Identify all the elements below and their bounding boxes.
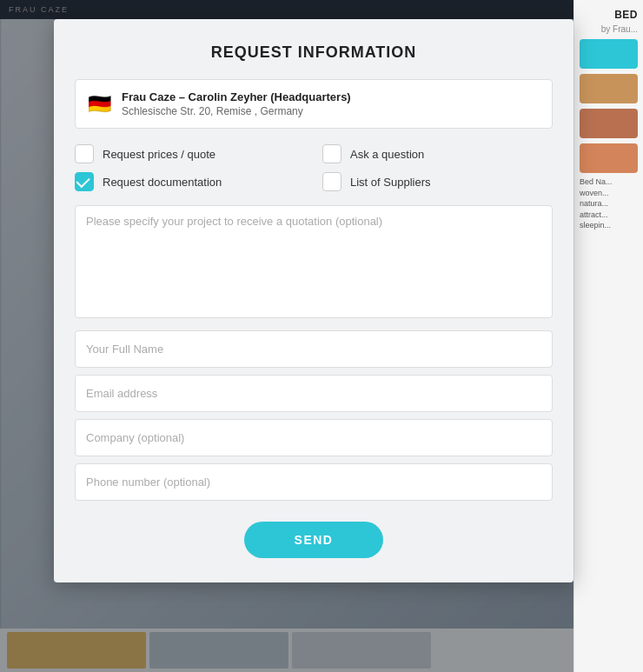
checkbox-prices-box[interactable] xyxy=(75,144,94,163)
phone-input[interactable] xyxy=(75,463,553,501)
checkbox-question[interactable]: Ask a question xyxy=(322,144,553,163)
checkbox-docs-label: Request documentation xyxy=(103,176,222,189)
checkbox-suppliers[interactable]: List of Suppliers xyxy=(322,172,553,191)
project-description-textarea[interactable] xyxy=(75,205,553,318)
supplier-address: Schlesische Str. 20, Remise , Germany xyxy=(122,105,351,117)
right-panel-subtitle: by Frau... xyxy=(574,24,643,34)
checkbox-question-box[interactable] xyxy=(322,144,341,163)
right-panel-btn-4[interactable] xyxy=(580,143,638,173)
supplier-card: 🇩🇪 Frau Caze – Carolin Zeyher (Headquart… xyxy=(75,79,553,129)
email-input[interactable] xyxy=(75,375,553,412)
supplier-info: Frau Caze – Carolin Zeyher (Headquarters… xyxy=(122,90,351,117)
right-panel-btn-2[interactable] xyxy=(580,74,638,103)
right-panel: BED by Frau... Bed Na... woven... natura… xyxy=(573,0,643,672)
checkbox-prices[interactable]: Request prices / quote xyxy=(75,144,305,163)
checkbox-grid: Request prices / quote Ask a question Re… xyxy=(75,144,553,191)
right-panel-description: Bed Na... woven... natura... attract... … xyxy=(574,173,643,231)
send-button[interactable]: SEND xyxy=(244,522,383,558)
checkbox-question-label: Ask a question xyxy=(350,148,424,161)
request-information-modal: REQUEST INFORMATION 🇩🇪 Frau Caze – Carol… xyxy=(54,19,573,582)
checkbox-docs-box[interactable] xyxy=(75,172,94,191)
checkbox-prices-label: Request prices / quote xyxy=(103,148,215,161)
checkbox-suppliers-label: List of Suppliers xyxy=(350,176,431,189)
company-input[interactable] xyxy=(75,419,553,456)
right-panel-btn-1[interactable] xyxy=(580,39,638,69)
fullname-input[interactable] xyxy=(75,330,553,368)
right-panel-title: BED xyxy=(574,5,643,24)
right-panel-btn-3[interactable] xyxy=(580,109,638,138)
checkbox-docs[interactable]: Request documentation xyxy=(75,172,305,191)
checkbox-suppliers-box[interactable] xyxy=(322,172,341,191)
modal-title: REQUEST INFORMATION xyxy=(75,43,553,62)
supplier-flag: 🇩🇪 xyxy=(88,95,111,114)
supplier-name: Frau Caze – Carolin Zeyher (Headquarters… xyxy=(122,90,351,103)
